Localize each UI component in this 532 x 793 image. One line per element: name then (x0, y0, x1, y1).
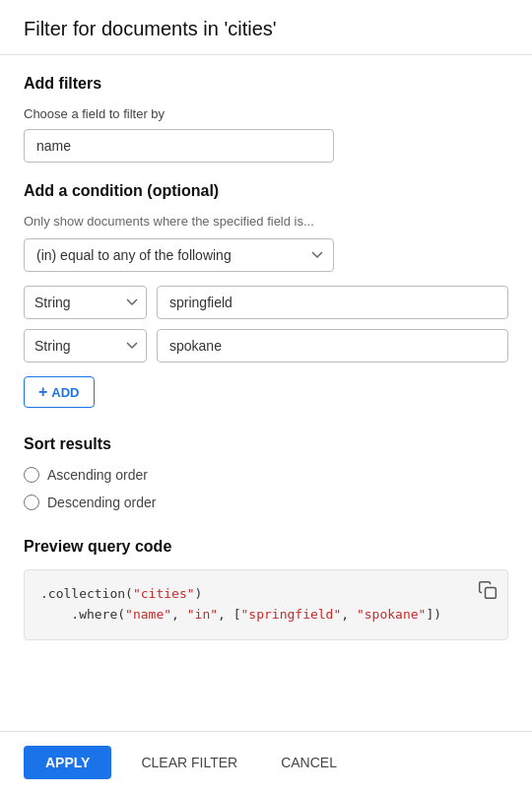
value-rows: String Number Boolean Null String Number… (24, 286, 508, 363)
code-line-2: .where("name", "in", ["springfield", "sp… (40, 605, 492, 626)
code-where-val2: "spokane" (357, 607, 426, 622)
code-collection-suffix: ) (195, 586, 203, 601)
sort-descending-radio[interactable] (24, 495, 39, 510)
sort-section: Sort results Ascending order Descending … (24, 435, 508, 510)
svg-rect-0 (486, 588, 497, 599)
condition-section: Add a condition (optional) Only show doc… (24, 182, 508, 408)
sort-options: Ascending order Descending order (24, 467, 508, 510)
footer: APPLY CLEAR FILTER CANCEL (0, 731, 532, 793)
sort-descending-option[interactable]: Descending order (24, 495, 508, 510)
sort-ascending-option[interactable]: Ascending order (24, 467, 508, 483)
value-type-select-1[interactable]: String Number Boolean Null (24, 286, 147, 319)
add-button[interactable]: + ADD (24, 376, 95, 408)
value-input-2[interactable] (157, 329, 508, 363)
code-where-sep2: , [ (218, 607, 240, 622)
apply-button[interactable]: APPLY (24, 746, 111, 779)
sort-ascending-label: Ascending order (47, 467, 148, 483)
code-where-val1: "springfield" (241, 607, 342, 622)
condition-subtitle: Only show documents where the specified … (24, 214, 508, 229)
clear-filter-button[interactable]: CLEAR FILTER (127, 746, 251, 779)
page-title: Filter for documents in 'cities' (24, 18, 508, 40)
preview-title: Preview query code (24, 538, 508, 556)
value-type-select-2[interactable]: String Number Boolean Null (24, 329, 147, 363)
plus-icon: + (38, 384, 47, 400)
sort-descending-label: Descending order (47, 495, 157, 510)
code-line-1: .collection("cities") (40, 584, 492, 605)
sort-title: Sort results (24, 435, 508, 453)
preview-section: Preview query code .collection("cities")… (24, 538, 508, 640)
code-collection-prefix: .collection( (40, 586, 133, 601)
condition-dropdown[interactable]: (in) equal to any of the following (not … (24, 238, 334, 272)
code-where-sep3: , (341, 607, 357, 622)
code-where-field: "name" (125, 607, 171, 622)
field-filter-label: Choose a field to filter by (24, 106, 508, 121)
copy-icon[interactable] (478, 580, 498, 607)
code-block: .collection("cities") .where("name", "in… (24, 569, 508, 640)
code-collection-name: "cities" (133, 586, 195, 601)
code-indent (40, 607, 71, 622)
code-where-prefix: .where( (71, 607, 125, 622)
code-where-op: "in" (187, 607, 218, 622)
code-where-sep1: , (171, 607, 187, 622)
value-row: String Number Boolean Null (24, 329, 508, 363)
add-button-label: ADD (51, 385, 79, 400)
add-filters-title: Add filters (24, 75, 508, 93)
code-where-suffix: ]) (426, 607, 441, 622)
value-row: String Number Boolean Null (24, 286, 508, 319)
condition-title: Add a condition (optional) (24, 182, 508, 200)
sort-ascending-radio[interactable] (24, 467, 39, 483)
add-filters-section: Add filters Choose a field to filter by (24, 75, 508, 163)
field-filter-input[interactable] (24, 129, 334, 163)
value-input-1[interactable] (157, 286, 508, 319)
cancel-button[interactable]: CANCEL (267, 746, 351, 779)
